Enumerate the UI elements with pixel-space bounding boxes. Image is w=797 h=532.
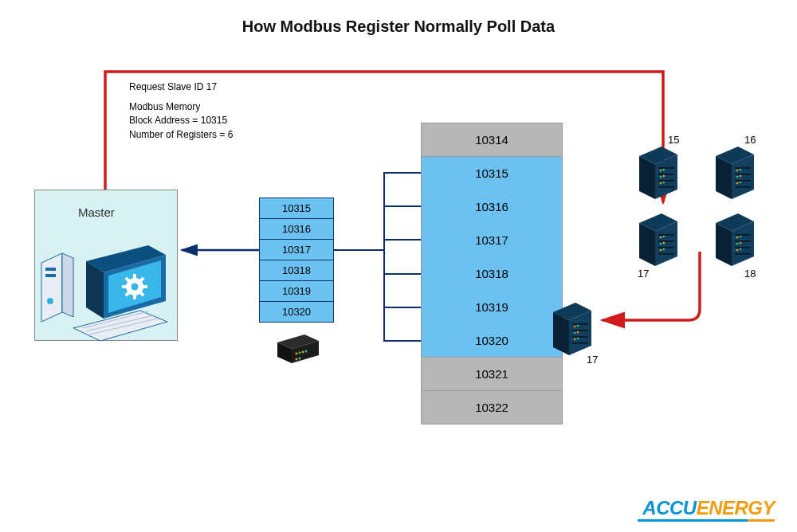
logo-underline: [638, 519, 775, 522]
table-row: 10321: [422, 358, 562, 391]
svg-rect-15: [133, 274, 136, 279]
table-row: 10315: [422, 157, 562, 190]
memory-line-1: Modbus Memory: [129, 100, 233, 114]
svg-rect-6: [45, 268, 56, 271]
switch-icon: [274, 331, 322, 366]
svg-marker-24: [73, 311, 167, 341]
table-row: 10319: [260, 281, 333, 302]
svg-point-35: [296, 358, 298, 361]
brand-logo: ACCUENERGY: [642, 497, 775, 519]
table-row: 10320: [260, 302, 333, 323]
svg-point-34: [305, 350, 308, 353]
table-row: 10316: [422, 190, 562, 224]
svg-rect-7: [45, 274, 56, 277]
server-icon: [711, 142, 759, 202]
svg-point-31: [296, 353, 298, 355]
memory-map-table: 10314 10315 10316 10317 10318 10319 1032…: [421, 123, 563, 424]
svg-point-14: [132, 284, 139, 291]
master-label: Master: [78, 205, 115, 219]
svg-rect-16: [133, 295, 136, 299]
svg-point-32: [299, 352, 301, 354]
server-icon: [634, 142, 682, 202]
server-icon: [711, 209, 759, 269]
memory-line-2: Block Address = 10315: [129, 114, 233, 127]
svg-point-33: [302, 351, 304, 354]
server-label: 15: [668, 134, 679, 146]
computer-icon: [38, 239, 174, 350]
svg-point-8: [47, 298, 53, 304]
table-row: 10316: [260, 219, 333, 240]
table-row: 10318: [422, 257, 562, 291]
server-label: 18: [744, 268, 756, 280]
svg-point-36: [299, 358, 301, 360]
svg-rect-17: [122, 285, 127, 288]
server-label: 17: [638, 268, 649, 280]
logo-part-2: ENERGY: [697, 497, 775, 518]
svg-marker-4: [41, 253, 62, 322]
table-row: 10322: [422, 391, 562, 424]
memory-line-3: Number of Registers = 6: [129, 128, 233, 142]
logo-part-1: ACCU: [642, 497, 696, 518]
request-label: Request Slave ID 17: [129, 81, 217, 92]
server-icon: [548, 298, 596, 358]
server-label: 16: [744, 134, 756, 146]
svg-marker-5: [62, 253, 73, 317]
table-row: 10318: [260, 260, 333, 281]
table-row: 10314: [422, 123, 562, 157]
table-row: 10320: [422, 324, 562, 358]
table-row: 10317: [422, 224, 562, 257]
returned-registers-table: 10315 10316 10317 10318 10319 10320: [259, 198, 334, 323]
table-row: 10317: [260, 240, 333, 260]
server-label: 17: [587, 354, 598, 366]
server-icon: [634, 209, 682, 269]
memory-info: Modbus Memory Block Address = 10315 Numb…: [129, 100, 233, 142]
svg-rect-18: [143, 285, 147, 288]
page-title: How Modbus Register Normally Poll Data: [0, 0, 797, 36]
table-row: 10319: [422, 291, 562, 324]
table-row: 10315: [260, 198, 333, 219]
